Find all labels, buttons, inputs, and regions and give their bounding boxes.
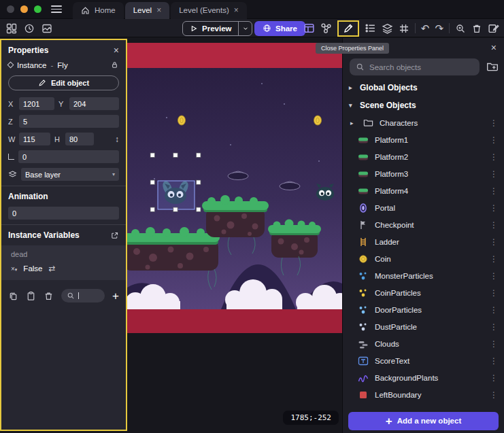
- search-objects-input[interactable]: [369, 63, 473, 71]
- object-item-dustparticle[interactable]: DustParticle ⋮: [343, 318, 504, 335]
- boundary-icon: [358, 389, 369, 400]
- item-menu-icon[interactable]: ⋮: [490, 288, 498, 298]
- window-controls: [7, 5, 41, 13]
- item-menu-icon[interactable]: ⋮: [490, 339, 498, 349]
- item-menu-icon[interactable]: ⋮: [490, 305, 498, 315]
- layers-icon[interactable]: [382, 22, 393, 34]
- objects-panel-icon[interactable]: [303, 22, 315, 34]
- add-variable-button[interactable]: +: [112, 290, 119, 302]
- item-menu-icon[interactable]: ⋮: [490, 373, 498, 383]
- paste-icon[interactable]: [26, 291, 36, 301]
- coin-instance[interactable]: [314, 116, 322, 125]
- group-global-objects[interactable]: ▸ Global Objects: [343, 79, 504, 97]
- item-menu-icon[interactable]: ⋮: [490, 271, 498, 281]
- tab-level-events[interactable]: Level (Events) ×: [171, 2, 247, 19]
- object-item-platform2[interactable]: Platform2 ⋮: [343, 148, 504, 165]
- menu-icon[interactable]: [51, 5, 62, 13]
- item-menu-icon[interactable]: ⋮: [490, 237, 498, 247]
- globe-icon: [263, 24, 271, 33]
- height-input[interactable]: [65, 133, 94, 145]
- zoom-icon[interactable]: [455, 23, 466, 34]
- undo-icon[interactable]: ↶: [421, 23, 430, 33]
- object-item-coinparticles[interactable]: CoinParticles ⋮: [343, 284, 504, 301]
- top-boundary[interactable]: [127, 43, 342, 68]
- tab-home[interactable]: Home: [73, 2, 124, 19]
- item-menu-icon[interactable]: ⋮: [490, 186, 498, 196]
- preview-dropdown[interactable]: [238, 22, 252, 35]
- layer-icon: [8, 170, 17, 179]
- grid-icon[interactable]: [399, 23, 409, 34]
- item-menu-icon[interactable]: ⋮: [490, 118, 498, 128]
- object-item-backgroundplants[interactable]: BackgroundPlants ⋮: [343, 369, 504, 386]
- trash-icon[interactable]: [471, 23, 482, 34]
- item-menu-icon[interactable]: ⋮: [490, 220, 498, 230]
- object-item-leftboundary[interactable]: LeftBoundary ⋮: [343, 386, 504, 403]
- scene-canvas[interactable]: [127, 37, 342, 433]
- instances-list-icon[interactable]: [365, 22, 376, 34]
- object-item-platform4[interactable]: Platform4 ⋮: [343, 182, 504, 199]
- group-scene-objects[interactable]: ▾ Scene Objects: [343, 97, 504, 114]
- redo-icon[interactable]: ↷: [435, 23, 443, 33]
- item-menu-icon[interactable]: ⋮: [490, 169, 498, 179]
- object-item-characters[interactable]: ▸ Characters ⋮: [343, 114, 504, 131]
- y-input[interactable]: [69, 97, 119, 110]
- object-item-clouds[interactable]: Clouds ⋮: [343, 335, 504, 352]
- preview-button[interactable]: Preview: [182, 21, 252, 36]
- width-input[interactable]: [19, 133, 50, 145]
- lock-aspect-icon[interactable]: ↕: [115, 135, 119, 144]
- toggle-value-icon[interactable]: ⇄: [48, 264, 55, 273]
- item-menu-icon[interactable]: ⋮: [490, 152, 498, 162]
- close-window-button[interactable]: [7, 5, 14, 13]
- item-menu-icon[interactable]: ⋮: [490, 390, 498, 400]
- object-search[interactable]: [350, 58, 480, 75]
- minimize-window-button[interactable]: [20, 5, 28, 13]
- open-variables-icon[interactable]: [110, 231, 119, 240]
- close-objects-icon[interactable]: ×: [491, 43, 497, 52]
- object-item-coin[interactable]: Coin ⋮: [343, 250, 504, 267]
- frame-icon[interactable]: [41, 23, 52, 34]
- animation-input[interactable]: [8, 207, 119, 220]
- bottom-boundary[interactable]: [127, 309, 342, 333]
- scene-editor-canvas[interactable]: 1785;-252: [127, 37, 342, 433]
- pencil-icon[interactable]: [343, 23, 354, 34]
- edit-object-button[interactable]: Edit object: [8, 75, 119, 90]
- add-folder-icon[interactable]: [486, 60, 499, 73]
- item-menu-icon[interactable]: ⋮: [490, 356, 498, 366]
- panels-icon[interactable]: [6, 23, 17, 34]
- close-properties-icon[interactable]: ×: [114, 46, 119, 55]
- edit-scene-icon[interactable]: [488, 22, 499, 34]
- item-menu-icon[interactable]: ⋮: [490, 322, 498, 332]
- close-properties-highlight: [337, 20, 359, 37]
- item-menu-icon[interactable]: ⋮: [490, 203, 498, 213]
- tab-level[interactable]: Level ×: [125, 2, 170, 19]
- copy-icon[interactable]: [8, 291, 18, 301]
- object-item-scoretext[interactable]: ScoreText ⋮: [343, 352, 504, 369]
- particles-icon: [358, 305, 369, 315]
- item-menu-icon[interactable]: ⋮: [490, 254, 498, 264]
- close-tab-icon[interactable]: ×: [234, 6, 239, 14]
- layer-select[interactable]: Base layer ▾: [21, 168, 119, 181]
- coin-instance[interactable]: [178, 116, 186, 125]
- history-clock-icon[interactable]: [24, 23, 35, 34]
- maximize-window-button[interactable]: [34, 5, 41, 13]
- angle-input[interactable]: [18, 150, 119, 163]
- close-tab-icon[interactable]: ×: [156, 6, 161, 14]
- delete-variable-icon[interactable]: [44, 291, 54, 301]
- object-item-monsterparticles[interactable]: MonsterParticles ⋮: [343, 267, 504, 284]
- object-item-ladder[interactable]: Ladder ⋮: [343, 233, 504, 250]
- boolean-type-icon[interactable]: ×▾: [11, 265, 17, 273]
- x-input[interactable]: [19, 97, 54, 110]
- lock-icon[interactable]: [110, 60, 119, 69]
- object-item-platform1[interactable]: Platform1 ⋮: [343, 131, 504, 148]
- toolbar: Preview Share ↶: [0, 19, 504, 37]
- item-menu-icon[interactable]: ⋮: [490, 135, 498, 145]
- share-button[interactable]: Share: [254, 21, 305, 36]
- add-object-button[interactable]: + Add a new object: [348, 412, 499, 430]
- object-item-doorparticles[interactable]: DoorParticles ⋮: [343, 301, 504, 318]
- object-item-portal[interactable]: Portal ⋮: [343, 199, 504, 216]
- object-item-platform3[interactable]: Platform3 ⋮: [343, 165, 504, 182]
- object-item-checkpoint[interactable]: Checkpoint ⋮: [343, 216, 504, 233]
- node-graph-icon[interactable]: [320, 22, 332, 34]
- variables-search-input[interactable]: [61, 289, 105, 302]
- z-input[interactable]: [19, 115, 119, 128]
